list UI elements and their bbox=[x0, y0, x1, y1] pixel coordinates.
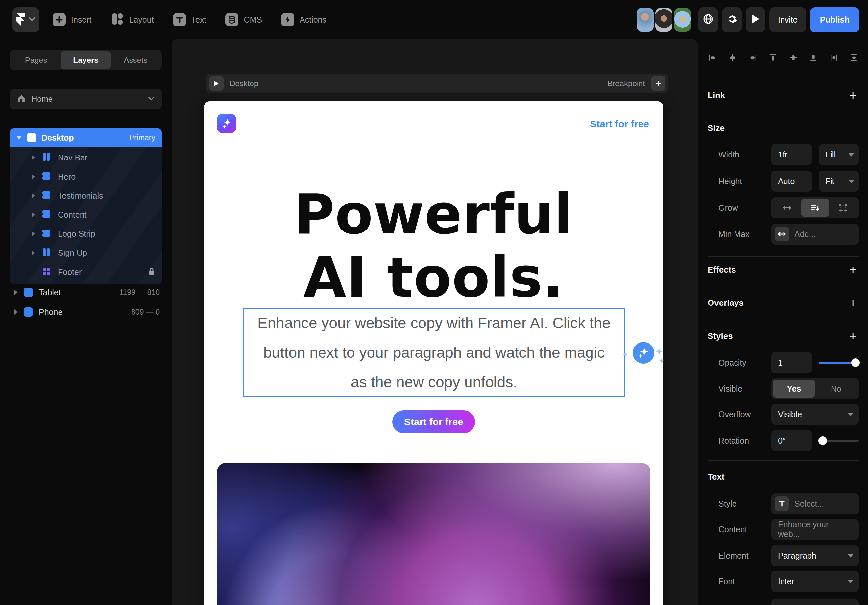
hero-headline[interactable]: Powerful AI tools. bbox=[204, 183, 663, 309]
distribute-vertical-icon[interactable] bbox=[849, 53, 859, 62]
caret-right-icon[interactable] bbox=[14, 309, 18, 315]
add-style-button[interactable]: + bbox=[847, 330, 859, 342]
slider-knob[interactable] bbox=[818, 436, 827, 445]
desktop-frame[interactable]: Start for free Powerful AI tools. Enhanc… bbox=[204, 101, 663, 605]
align-top-icon[interactable] bbox=[768, 53, 778, 62]
overflow-select[interactable]: Visible bbox=[771, 404, 859, 425]
caret-right-icon[interactable] bbox=[31, 231, 35, 236]
nav-start-free-link[interactable]: Start for free bbox=[590, 118, 649, 130]
width-input[interactable]: 1fr bbox=[771, 144, 812, 165]
minmax-row: Min Max Add... bbox=[698, 223, 868, 245]
font-select[interactable]: Inter bbox=[771, 571, 859, 592]
layer-tablet[interactable]: Tablet 1199 — 810 bbox=[10, 283, 162, 302]
canvas[interactable]: Desktop Breakpoint + Start for free Powe… bbox=[172, 39, 698, 605]
add-breakpoint-button[interactable]: + bbox=[651, 76, 665, 91]
primary-badge: Primary bbox=[129, 133, 155, 143]
collaborator-avatars[interactable] bbox=[637, 8, 691, 31]
text-button[interactable]: Text bbox=[173, 13, 206, 26]
visible-yes-option[interactable]: Yes bbox=[773, 380, 815, 397]
width-mode-select[interactable]: Fill bbox=[819, 144, 859, 165]
text-label: Text bbox=[191, 15, 206, 25]
slider-knob[interactable] bbox=[851, 358, 860, 367]
text-style-row: Style Select... bbox=[698, 493, 868, 514]
layer-sign-up[interactable]: Sign Up bbox=[10, 243, 162, 262]
lock-icon[interactable] bbox=[148, 267, 155, 277]
publish-button[interactable]: Publish bbox=[810, 7, 859, 32]
page-selector[interactable]: Home bbox=[10, 89, 162, 109]
layer-testimonials[interactable]: Testimonials bbox=[10, 186, 162, 205]
arrows-horizontal-icon bbox=[782, 203, 792, 213]
site-settings-button[interactable] bbox=[698, 7, 718, 32]
visible-no-option[interactable]: No bbox=[815, 380, 857, 397]
content-field[interactable]: Enhance your web... bbox=[771, 519, 859, 540]
align-right-icon[interactable] bbox=[748, 53, 758, 62]
layer-phone[interactable]: Phone 809 — 0 bbox=[10, 302, 162, 321]
add-effect-button[interactable]: + bbox=[847, 264, 859, 276]
site-logo[interactable] bbox=[217, 114, 236, 133]
actions-button[interactable]: Actions bbox=[281, 13, 327, 26]
grow-horizontal-option[interactable] bbox=[773, 199, 801, 217]
tab-assets[interactable]: Assets bbox=[111, 51, 160, 69]
caret-right-icon[interactable] bbox=[31, 250, 35, 256]
add-overlay-button[interactable]: + bbox=[847, 297, 859, 309]
add-link-button[interactable]: + bbox=[847, 90, 859, 101]
caret-right-icon[interactable] bbox=[31, 155, 35, 160]
text-style-field[interactable]: Select... bbox=[771, 493, 859, 514]
distribute-horizontal-icon[interactable] bbox=[829, 53, 839, 62]
caret-right-icon[interactable] bbox=[31, 193, 35, 198]
align-bottom-icon[interactable] bbox=[809, 53, 818, 62]
layer-footer[interactable]: Footer bbox=[10, 262, 162, 281]
text-section-title: Text bbox=[708, 472, 725, 482]
tab-pages[interactable]: Pages bbox=[11, 51, 61, 69]
layer-content[interactable]: Content bbox=[10, 205, 162, 224]
avatar[interactable] bbox=[655, 8, 673, 31]
caret-down-icon[interactable] bbox=[16, 136, 22, 140]
invite-button[interactable]: Invite bbox=[769, 7, 806, 32]
sparkle-icon: ✦ bbox=[655, 346, 663, 357]
breakpoint-label: Breakpoint bbox=[607, 79, 645, 88]
grow-content-option[interactable] bbox=[801, 199, 829, 217]
selected-paragraph[interactable]: Enhance your website copy with Framer AI… bbox=[243, 308, 625, 397]
opacity-slider[interactable] bbox=[819, 362, 859, 364]
layout-label: Layout bbox=[129, 15, 154, 25]
caret-right-icon[interactable] bbox=[31, 212, 35, 217]
content-resize-icon bbox=[810, 203, 820, 213]
element-select[interactable]: Paragraph bbox=[771, 545, 859, 566]
minmax-field[interactable]: Add... bbox=[771, 223, 859, 245]
cta-start-free-button[interactable]: Start for free bbox=[392, 410, 475, 433]
rotation-input[interactable]: 0° bbox=[771, 430, 812, 451]
avatar[interactable] bbox=[637, 8, 654, 31]
align-center-horizontal-icon[interactable] bbox=[728, 53, 738, 62]
height-mode-select[interactable]: Fit bbox=[819, 171, 859, 192]
divider bbox=[10, 79, 162, 80]
caret-right-icon[interactable] bbox=[14, 290, 18, 295]
preview-frame-button[interactable] bbox=[209, 76, 223, 91]
layer-logo-strip[interactable]: Logo Strip bbox=[10, 224, 162, 243]
layer-nav-bar[interactable]: Nav Bar bbox=[10, 148, 162, 167]
frame-title[interactable]: Desktop bbox=[229, 79, 601, 88]
actions-lightning-icon bbox=[281, 13, 294, 26]
framer-menu-button[interactable] bbox=[12, 7, 39, 32]
caret-right-icon[interactable] bbox=[31, 174, 35, 179]
preview-button[interactable] bbox=[746, 7, 766, 32]
headline-line-1: Powerful bbox=[204, 183, 663, 246]
align-left-icon[interactable] bbox=[708, 53, 718, 62]
ai-rewrite-button[interactable] bbox=[632, 342, 654, 364]
layer-desktop[interactable]: Desktop Primary bbox=[10, 128, 162, 147]
hero-abstract-image[interactable] bbox=[217, 463, 650, 605]
rotation-slider[interactable] bbox=[819, 440, 859, 442]
insert-button[interactable]: Insert bbox=[53, 13, 92, 26]
settings-button[interactable] bbox=[722, 7, 742, 32]
cms-button[interactable]: CMS bbox=[225, 13, 262, 26]
layout-button[interactable]: Layout bbox=[111, 12, 154, 27]
text-font-row: Font Inter bbox=[698, 571, 868, 592]
breakpoint-bar[interactable]: Desktop Breakpoint + bbox=[206, 74, 668, 93]
align-center-vertical-icon[interactable] bbox=[789, 53, 798, 62]
tab-layers[interactable]: Layers bbox=[61, 51, 110, 69]
avatar[interactable] bbox=[674, 8, 691, 31]
opacity-input[interactable]: 1 bbox=[771, 352, 812, 373]
height-input[interactable]: Auto bbox=[771, 171, 812, 192]
partial-field[interactable] bbox=[771, 599, 859, 605]
layer-hero[interactable]: Hero bbox=[10, 167, 162, 186]
grow-fixed-option[interactable] bbox=[829, 199, 857, 217]
